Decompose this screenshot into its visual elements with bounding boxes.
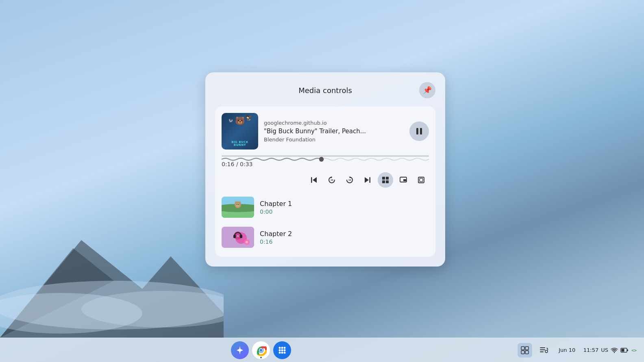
svg-text:<>: <> <box>631 348 637 353</box>
battery-icon <box>620 347 629 354</box>
svg-rect-36 <box>233 235 236 238</box>
pause-icon <box>415 127 423 135</box>
taskbar-apps <box>5 341 518 359</box>
svg-point-31 <box>237 204 237 205</box>
fullscreen-icon <box>417 176 425 184</box>
media-artist: Blender Foundation <box>264 137 404 143</box>
chapter-2-name: Chapter 2 <box>260 230 429 238</box>
svg-rect-17 <box>386 177 389 180</box>
svg-point-30 <box>236 203 240 207</box>
wifi-icon <box>611 347 618 354</box>
skip-to-start-icon <box>310 176 318 184</box>
pause-button[interactable] <box>409 121 429 141</box>
region-display: US <box>601 347 608 353</box>
svg-point-32 <box>238 204 239 205</box>
chapter-1-name: Chapter 1 <box>260 200 429 208</box>
replay-10-icon: 10 <box>328 176 336 184</box>
svg-point-48 <box>284 347 286 349</box>
fullscreen-button[interactable] <box>413 172 429 188</box>
svg-point-52 <box>279 351 281 353</box>
svg-point-49 <box>279 349 281 351</box>
controls-row: 10 10 <box>222 172 429 188</box>
skip-to-end-button[interactable] <box>360 172 375 188</box>
dev-tools-icon: <> <box>631 347 639 354</box>
svg-rect-22 <box>418 177 424 183</box>
pip-button[interactable] <box>396 172 411 188</box>
mountain-silhouette <box>0 208 224 338</box>
svg-rect-5 <box>416 128 418 134</box>
svg-rect-58 <box>525 351 529 354</box>
pip-icon <box>399 176 407 184</box>
svg-rect-23 <box>420 178 423 182</box>
media-card: 🐻 🦅 🐿 BIG BUCKBUNNY googlechrome.github.… <box>215 106 435 257</box>
panel-header: Media controls 📌 <box>215 82 435 98</box>
chrome-browser-icon <box>255 345 267 356</box>
svg-point-51 <box>284 349 286 351</box>
chapter-item-1[interactable]: Chapter 1 0:00 <box>222 194 429 220</box>
pin-button[interactable]: 📌 <box>419 82 435 98</box>
media-queue-icon <box>520 346 529 355</box>
chrome-active-dot <box>260 357 262 358</box>
media-source: googlechrome.github.io <box>264 120 404 126</box>
chapter-item-2[interactable]: Chapter 2 0:16 <box>222 224 429 250</box>
svg-rect-18 <box>382 180 385 183</box>
progress-bar[interactable] <box>222 155 429 157</box>
sparkle-icon <box>235 345 245 355</box>
chapter-1-info: Chapter 1 0:00 <box>260 200 429 215</box>
svg-text:10: 10 <box>348 179 351 181</box>
svg-rect-57 <box>521 351 524 354</box>
taskbar-status-area: Jun 10 11:57 US <> <box>518 343 639 358</box>
media-thumbnail: 🐻 🦅 🐿 BIG BUCKBUNNY <box>222 113 258 150</box>
taskbar-time-status[interactable]: 11:57 US <> <box>583 347 639 354</box>
skip-to-start-button[interactable] <box>306 172 322 188</box>
launcher-icon[interactable] <box>231 341 249 359</box>
chapter-list: Chapter 1 0:00 <box>222 194 429 250</box>
svg-rect-6 <box>420 128 422 134</box>
music-list-icon <box>539 346 548 355</box>
svg-rect-19 <box>386 180 389 183</box>
svg-rect-56 <box>525 347 529 350</box>
svg-point-54 <box>284 351 286 353</box>
apps-launcher-icon[interactable] <box>273 341 291 359</box>
taskbar-media-icon[interactable] <box>518 343 532 358</box>
svg-point-46 <box>279 347 281 349</box>
taskbar-date[interactable]: Jun 10 <box>555 347 579 353</box>
progress-container[interactable]: 0:16 / 0:33 <box>222 155 429 167</box>
svg-rect-37 <box>240 235 242 238</box>
playlist-button[interactable] <box>378 172 393 188</box>
chapter-1-thumbnail <box>222 197 254 218</box>
svg-point-53 <box>281 351 283 353</box>
taskbar-playlist-icon[interactable] <box>536 343 551 358</box>
wave-svg <box>222 155 429 163</box>
chapter-1-scene <box>222 197 254 218</box>
svg-rect-14 <box>370 177 371 183</box>
grid-icon <box>278 346 287 355</box>
chapter-1-time: 0:00 <box>260 208 429 215</box>
replay-10-button[interactable]: 10 <box>324 172 339 188</box>
forward-10-icon: 10 <box>346 176 354 184</box>
media-title: "Big Buck Bunny" Trailer, Peach... <box>264 128 404 135</box>
panel-title: Media controls <box>231 86 419 95</box>
svg-rect-16 <box>382 177 385 180</box>
svg-point-39 <box>237 236 238 236</box>
chapter-2-scene <box>222 227 254 248</box>
chrome-icon[interactable] <box>252 341 270 359</box>
chapter-2-thumbnail <box>222 227 254 248</box>
svg-rect-8 <box>311 177 312 183</box>
chapter-2-info: Chapter 2 0:16 <box>260 230 429 245</box>
svg-rect-67 <box>622 349 624 351</box>
media-info-row: 🐻 🦅 🐿 BIG BUCKBUNNY googlechrome.github.… <box>222 113 429 150</box>
forward-10-button[interactable]: 10 <box>342 172 357 188</box>
svg-marker-9 <box>313 177 317 183</box>
media-controls-panel: Media controls 📌 🐻 🦅 🐿 BIG BUCKBUNNY goo… <box>205 72 445 267</box>
svg-text:10: 10 <box>331 179 333 181</box>
svg-point-45 <box>260 349 263 351</box>
skip-to-end-icon <box>364 176 371 184</box>
taskbar: Jun 10 11:57 US <> <box>0 338 644 362</box>
svg-marker-15 <box>365 177 369 183</box>
media-text-info: googlechrome.github.io "Big Buck Bunny" … <box>264 120 404 143</box>
svg-rect-21 <box>403 179 406 181</box>
svg-point-50 <box>281 349 283 351</box>
svg-point-62 <box>545 350 548 353</box>
svg-point-41 <box>246 241 248 243</box>
